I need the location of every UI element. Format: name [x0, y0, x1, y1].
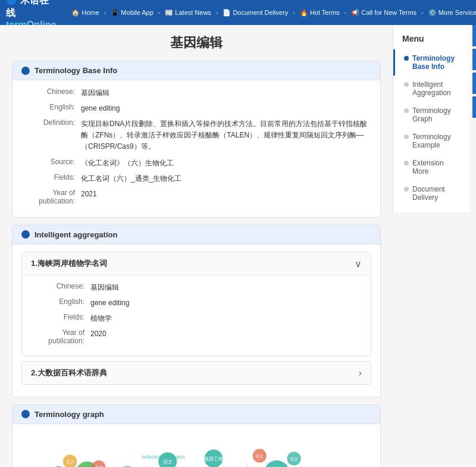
sidebar-dot-graph: [404, 108, 409, 113]
sidebar-dot-base: [404, 56, 409, 61]
sidebar: Menu Terminology Base Info Intelligent A…: [393, 25, 470, 212]
agg-item-2: 2.大数据百科术语辞典 ›: [21, 361, 371, 385]
float-document-button[interactable]: 📄: [472, 73, 476, 94]
value-definition: 实现目标DNA片段删除、置换和插入等操作的技术方法。目前常用的方法包括基于锌指核…: [81, 118, 371, 153]
agg-label-english: English:: [31, 297, 90, 306]
section-circle-icon-2: [21, 230, 30, 239]
intelligent-aggregation-title: Intelligent aggregation: [35, 230, 117, 239]
nav-home[interactable]: 🏠 Home: [68, 8, 102, 18]
section-circle-icon-3: [21, 410, 30, 418]
sidebar-menu-title: Menu: [393, 31, 470, 49]
agg-row-english: English: gene editing: [31, 297, 362, 308]
main-nav: 🏠 Home ▪ 📱 Mobile App ▪ 📰 Latest News ▪ …: [68, 8, 476, 18]
label-source: Source:: [21, 158, 81, 166]
svg-text:selection de grams: selection de grams: [142, 453, 186, 459]
float-clipboard-button[interactable]: 📋: [472, 25, 476, 46]
nav-call[interactable]: 📢 Call for New Terms: [347, 8, 420, 18]
label-fields: Fields:: [21, 173, 81, 181]
chevron-up-icon: ∨: [355, 258, 362, 269]
sidebar-label-extension: Extension More: [412, 159, 461, 175]
main-layout: 基因编辑 Terminology Base Info Chinese: 基因编辑…: [0, 25, 476, 467]
value-english: gene editing: [81, 103, 371, 114]
agg-row-year: Year of publication: 2020: [31, 328, 362, 345]
nav-news[interactable]: 📰 Latest News: [161, 8, 215, 18]
sidebar-dot-example: [404, 134, 409, 139]
sidebar-item-base-info[interactable]: Terminology Base Info: [393, 49, 470, 76]
agg-label-chinese: Chinese:: [31, 282, 90, 290]
sidebar-item-document[interactable]: Document Delivery: [393, 180, 470, 206]
sidebar-label-example: Terminology Example: [412, 133, 461, 149]
agg-value-year: 2020: [90, 328, 362, 339]
float-buttons: 📋 👤 📄 ⬜: [472, 25, 476, 118]
section-circle-icon: [21, 67, 30, 75]
sidebar-item-extension[interactable]: Extension More: [393, 154, 470, 180]
main-content: 基因编辑 Terminology Base Info Chinese: 基因编辑…: [0, 25, 393, 467]
svg-text:语文: 语文: [255, 454, 264, 458]
svg-text:语文: 语文: [163, 459, 173, 464]
site-header: 🔵 术语在线 termOnline 🏠 Home ▪ 📱 Mobile App …: [0, 0, 476, 25]
agg-item-1: 1.海峡两岸植物学名词 ∨ Chinese: 基因编辑 English: gen…: [21, 252, 371, 356]
value-year: 2021: [81, 189, 371, 199]
label-year: Year of publication:: [21, 189, 81, 205]
label-english: English:: [21, 103, 81, 111]
intelligent-aggregation-header: Intelligent aggregation: [12, 225, 380, 245]
float-grid-button[interactable]: ⬜: [472, 96, 476, 118]
agg-value-english: gene editing: [90, 297, 362, 308]
agg-value-chinese: 基因编辑: [90, 282, 362, 293]
nav-mobile[interactable]: 📱 Mobile App: [107, 8, 156, 18]
page-title: 基因编辑: [12, 34, 381, 52]
label-chinese: Chinese:: [21, 87, 81, 96]
terminology-base-section: Terminology Base Info Chinese: 基因编辑 Engl…: [12, 61, 381, 218]
agg-row-fields: Fields: 植物学: [31, 313, 362, 324]
info-row-definition: Definition: 实现目标DNA片段删除、置换和插入等操作的技术方法。目前…: [21, 118, 371, 153]
terminology-graph-title: Terminology graph: [35, 410, 104, 419]
nav-more[interactable]: ⚙️ More Services: [425, 8, 476, 18]
agg-label-fields: Fields:: [31, 313, 90, 321]
info-row-english: English: gene editing: [21, 103, 371, 114]
sidebar-label-base: Terminology Base Info: [412, 54, 461, 71]
intelligent-aggregation-body: 1.海峡两岸植物学名词 ∨ Chinese: 基因编辑 English: gen…: [12, 245, 380, 397]
info-row-year: Year of publication: 2021: [21, 189, 371, 205]
value-chinese: 基因编辑: [81, 87, 371, 98]
value-source: 《化工名词》（六）生物化工: [81, 158, 371, 168]
sidebar-item-graph[interactable]: Terminology Graph: [393, 102, 470, 128]
chevron-right-icon: ›: [359, 368, 362, 378]
terminology-base-body: Chinese: 基因编辑 English: gene editing Defi…: [12, 80, 380, 217]
terminology-base-header: Terminology Base Info: [12, 61, 380, 80]
agg-value-fields: 植物学: [90, 313, 362, 324]
agg-item-1-body: Chinese: 基因编辑 English: gene editing Fiel…: [22, 275, 371, 356]
svg-text:文文: 文文: [66, 459, 74, 463]
nav-delivery[interactable]: 📄 Document Delivery: [219, 8, 292, 18]
sidebar-dot-intelligent: [404, 82, 409, 87]
sidebar-dot-extension: [404, 161, 409, 165]
agg-row-chinese: Chinese: 基因编辑: [31, 282, 362, 293]
svg-text:语文: 语文: [290, 456, 298, 460]
agg-item-1-title: 1.海峡两岸植物学名词: [31, 258, 107, 269]
sidebar-item-example[interactable]: Terminology Example: [393, 128, 470, 154]
sidebar-label-document: Document Delivery: [412, 185, 461, 202]
intelligent-aggregation-section: Intelligent aggregation 1.海峡两岸植物学名词 ∨ Ch…: [12, 225, 381, 397]
terminology-graph-header: Terminology graph: [12, 405, 380, 424]
sidebar-dot-document: [404, 187, 409, 192]
info-row-source: Source: 《化工名词》（六）生物化工: [21, 158, 371, 168]
graph-container: 科技师https://www.3kjs.com: [12, 424, 380, 467]
terminology-base-title: Terminology Base Info: [35, 66, 117, 75]
agg-label-year: Year of publication:: [31, 328, 90, 345]
agg-item-1-header[interactable]: 1.海峡两岸植物学名词 ∨: [22, 252, 371, 275]
agg-item-2-header[interactable]: 2.大数据百科术语辞典 ›: [22, 362, 371, 384]
info-row-fields: Fields: 化工名词（六）_通类_生物化工: [21, 173, 371, 184]
sidebar-item-intelligent[interactable]: Intelligent Aggregation: [393, 76, 470, 102]
svg-text:基因工程: 基因工程: [204, 456, 223, 461]
sidebar-wrapper: Menu Terminology Base Info Intelligent A…: [393, 25, 470, 467]
terminology-graph-section: Terminology graph 科技师https://www.3kjs.co…: [12, 405, 381, 467]
agg-item-2-title: 2.大数据百科术语辞典: [31, 368, 107, 378]
graph-svg: 大数据 语文 基因工程 专业新词 遗传学 基因 遗传学 外内沿料 外内沿料: [12, 424, 380, 467]
label-definition: Definition:: [21, 118, 81, 127]
sidebar-label-graph: Terminology Graph: [412, 106, 461, 123]
value-fields: 化工名词（六）_通类_生物化工: [81, 173, 371, 184]
sidebar-label-intelligent: Intelligent Aggregation: [412, 80, 461, 97]
svg-line-3: [196, 464, 248, 467]
nav-hot[interactable]: 🔥 Hot Terms: [296, 8, 343, 18]
float-user-button[interactable]: 👤: [472, 49, 476, 70]
info-row-chinese: Chinese: 基因编辑: [21, 87, 371, 98]
